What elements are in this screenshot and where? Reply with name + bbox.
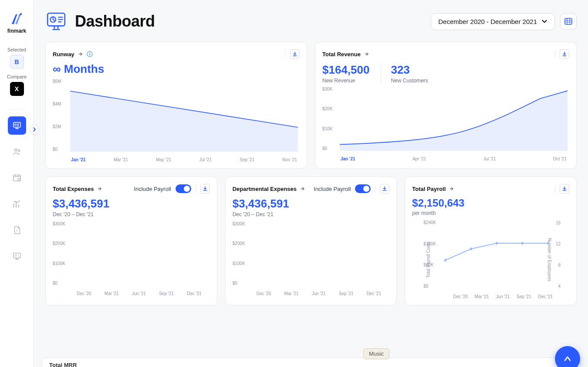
- download-button[interactable]: [200, 184, 210, 194]
- download-icon: [382, 186, 387, 191]
- download-icon: [562, 51, 567, 57]
- arrow-right-icon: [78, 51, 83, 57]
- brand-logo: finmark: [7, 12, 26, 34]
- arrow-right-icon: [97, 186, 102, 191]
- dept-title: Departmental Expenses: [233, 186, 297, 192]
- svg-point-1: [14, 124, 16, 126]
- revenue-kpi2-value: 323: [391, 63, 428, 77]
- sidebar-item-people[interactable]: [8, 143, 26, 161]
- payroll-subtitle: per month: [412, 210, 569, 216]
- payroll-title: Total Payroll: [412, 186, 446, 192]
- revenue-kpi1-value: $164,500: [322, 63, 369, 77]
- date-range-text: December 2020 - December 2021: [438, 18, 537, 25]
- card-total-revenue: Total Revenue $164,500 New Revenue 323: [315, 42, 577, 169]
- sidebar-selected-label: Selected: [7, 47, 26, 52]
- dept-subtitle: Dec '20 – Dec '21: [233, 211, 390, 217]
- expenses-value: $3,436,591: [53, 197, 210, 211]
- runway-title: Runway: [53, 51, 74, 58]
- dept-toggle-label: Include Payroll: [314, 186, 351, 192]
- dashboard-title-icon: [45, 10, 67, 32]
- screen-settings-icon: [12, 251, 22, 261]
- download-icon: [292, 51, 297, 57]
- info-icon[interactable]: [87, 51, 93, 57]
- card-peek-next[interactable]: Total MRR: [42, 357, 580, 367]
- card-total-payroll: Total Payroll $2,150,643 per month $240K…: [405, 177, 577, 306]
- people-icon: [12, 147, 22, 156]
- revenue-line-icon: [340, 87, 568, 151]
- payroll-employee-line-icon: [442, 221, 552, 289]
- sidebar-item-reports[interactable]: [8, 195, 26, 213]
- download-button[interactable]: [560, 184, 569, 194]
- svg-point-16: [521, 242, 524, 245]
- row-bottom: Total Expenses Include Payroll $3,436,59…: [45, 177, 577, 306]
- separator: [196, 185, 196, 193]
- card-runway: Runway ∞ Months $6M $4M $2M $0: [45, 42, 307, 169]
- expenses-x-axis: Dec '20 Mar '21 Jun '21 Sep '21 Dec '21: [70, 291, 208, 296]
- dept-bars: [250, 222, 388, 285]
- include-payroll-toggle[interactable]: [355, 184, 371, 193]
- dept-title-wrap[interactable]: Departmental Expenses: [233, 186, 305, 192]
- svg-point-14: [470, 248, 472, 250]
- svg-rect-11: [565, 18, 572, 24]
- runway-value: ∞ Months: [53, 62, 300, 76]
- revenue-x-axis: Jan '21 Apr '21 Jul '21 Oct '21: [340, 156, 568, 161]
- download-button[interactable]: [560, 49, 569, 59]
- download-button[interactable]: [290, 49, 300, 59]
- dept-chart: $300K $200K $100K $0 Dec '20 Mar '21 Jun…: [233, 222, 390, 296]
- payroll-y-right: 16 12 8 4: [556, 221, 561, 289]
- dashboard-monitor-icon: [12, 121, 22, 130]
- main-content: Dashboard December 2020 - December 2021 …: [34, 0, 588, 367]
- page-header: Dashboard December 2020 - December 2021: [45, 10, 577, 32]
- runway-chart: $6M $4M $2M $0 Jan '21 Mar '21 May '21 J…: [53, 79, 300, 162]
- expenses-bars: [70, 222, 208, 285]
- card-total-expenses: Total Expenses Include Payroll $3,436,59…: [45, 177, 217, 306]
- page-title: Dashboard: [75, 12, 155, 31]
- download-icon: [203, 186, 208, 191]
- scenario-compare-chip[interactable]: X: [10, 82, 24, 96]
- revenue-chart: $30K $20K $10K $0 Jan '21 Apr '21 Jul '2…: [322, 87, 569, 161]
- arrow-right-icon: [300, 186, 305, 191]
- sidebar-item-docs[interactable]: $: [8, 221, 26, 239]
- payroll-value: $2,150,643: [412, 197, 569, 209]
- runway-title-wrap[interactable]: Runway: [53, 51, 93, 58]
- row-top: Runway ∞ Months $6M $4M $2M $0: [45, 42, 577, 169]
- sidebar-item-dashboard[interactable]: [8, 116, 26, 135]
- chevron-down-icon: [541, 18, 547, 24]
- sidebar-expand-button[interactable]: [30, 125, 39, 134]
- include-payroll-toggle[interactable]: [176, 184, 191, 193]
- date-range-button[interactable]: December 2020 - December 2021: [431, 13, 555, 30]
- expenses-y-axis: $300K $200K $100K $0: [53, 222, 65, 285]
- runway-x-axis: Jan '21 Mar '21 May '21 Jul '21 Sep '21 …: [70, 157, 298, 162]
- expenses-title: Total Expenses: [53, 186, 94, 192]
- sidebar-item-screen[interactable]: [8, 247, 26, 265]
- svg-point-15: [496, 242, 498, 245]
- expenses-subtitle: Dec '20 – Dec '21: [53, 211, 210, 217]
- expenses-toggle-label: Include Payroll: [134, 186, 171, 192]
- brand-mark-icon: [10, 12, 24, 26]
- svg-point-3: [18, 150, 20, 151]
- payroll-title-wrap[interactable]: Total Payroll: [412, 186, 454, 192]
- sidebar-compare-label: Compare: [7, 74, 27, 79]
- revenue-title-wrap[interactable]: Total Revenue: [322, 51, 369, 58]
- svg-point-13: [444, 259, 446, 262]
- runway-line-icon: [70, 79, 298, 152]
- calendar-grid-icon: [564, 17, 573, 26]
- revenue-y-axis: $30K $20K $10K $0: [322, 87, 332, 151]
- scenario-selected-chip[interactable]: B: [10, 55, 24, 69]
- dept-value: $3,436,591: [233, 197, 390, 211]
- peek-title: Total MRR: [49, 362, 77, 367]
- revenue-kpi2-label: New Customers: [391, 78, 428, 84]
- svg-point-2: [14, 149, 17, 152]
- calendar-money-icon: $: [12, 173, 22, 183]
- calendar-grid-button[interactable]: [560, 13, 577, 30]
- download-button[interactable]: [380, 184, 389, 194]
- header-controls: December 2020 - December 2021: [431, 13, 577, 30]
- expenses-title-wrap[interactable]: Total Expenses: [53, 186, 102, 192]
- arrow-right-icon: [449, 186, 454, 191]
- sidebar-item-calendar[interactable]: $: [8, 169, 26, 187]
- runway-y-axis: $6M $4M $2M $0: [53, 79, 61, 152]
- music-tooltip-label: Music: [369, 350, 384, 357]
- svg-rect-8: [13, 253, 20, 258]
- separator: [555, 185, 555, 193]
- sidebar: finmark Selected B Compare X $ $: [0, 0, 34, 367]
